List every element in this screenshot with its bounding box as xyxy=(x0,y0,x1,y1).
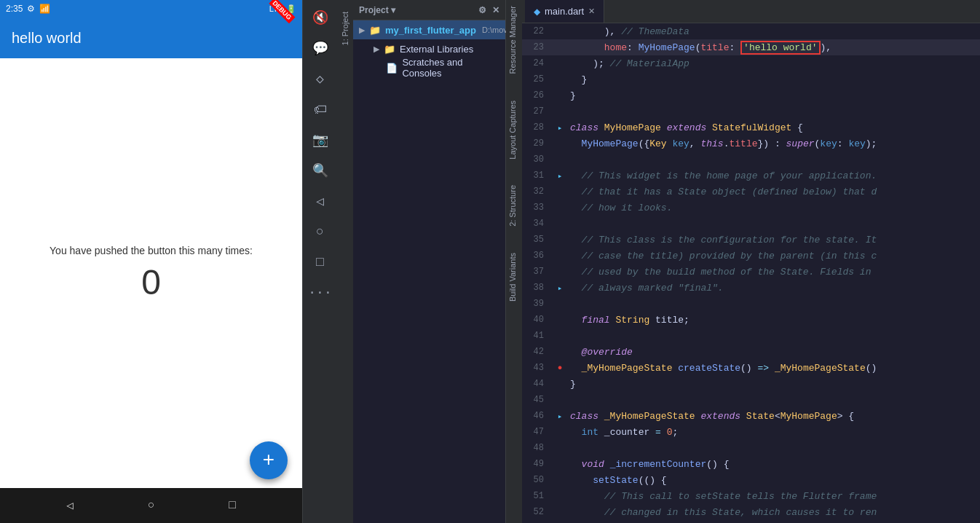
code-editor: ◆ main.dart ✕ 22 ), // ThemeData23 home:… xyxy=(522,0,980,523)
editor-tab-main-dart[interactable]: ◆ main.dart ✕ xyxy=(525,0,604,23)
app-bar: hello world xyxy=(0,17,302,58)
line-number-25: 25 xyxy=(522,74,553,84)
folder-expand-icon-ext: ▶ xyxy=(374,44,379,54)
line-number-37: 37 xyxy=(522,267,553,277)
folder-icon-project: 📁 xyxy=(369,25,381,36)
ext-libs-label: External Libraries xyxy=(400,44,473,55)
sidebar-icon-volume[interactable]: 🔇 xyxy=(306,3,335,32)
app-title: hello world xyxy=(12,30,82,47)
line-content-37: // used by the build method of the State… xyxy=(567,267,980,278)
line-number-48: 48 xyxy=(522,443,553,453)
ide-vertical-tabs-left: 1: Project xyxy=(337,0,353,523)
line-gutter-46: ▸ xyxy=(553,412,567,421)
sidebar-icon-diamond[interactable]: ◇ xyxy=(306,64,335,93)
line-gutter-28: ▸ xyxy=(553,123,567,133)
code-line-51: 51 // This call to setState tells the Fl… xyxy=(522,488,980,504)
dart-file-icon: ◆ xyxy=(534,7,540,17)
code-line-42: 42 @override xyxy=(522,344,980,360)
code-line-32: 32 // that it has a State object (define… xyxy=(522,184,980,200)
sidebar-icon-zoom[interactable]: 🔍 xyxy=(306,156,335,185)
code-line-34: 34 xyxy=(522,216,980,232)
line-gutter-43: ● xyxy=(553,363,567,372)
line-number-34: 34 xyxy=(522,219,553,229)
counter-label: You have pushed the button this many tim… xyxy=(50,245,253,256)
line-content-29: MyHomePage({Key key, this.title}) : supe… xyxy=(567,138,980,149)
code-line-36: 36 // case the title) provided by the pa… xyxy=(522,248,980,264)
code-line-38: 38▸ // always marked "final". xyxy=(522,280,980,296)
editor-tab-bar: ◆ main.dart ✕ xyxy=(522,0,980,23)
line-number-36: 36 xyxy=(522,251,553,261)
sidebar-icon-back[interactable]: ◁ xyxy=(306,186,335,216)
sidebar-icon-more[interactable]: ··· xyxy=(306,278,335,307)
scratches-label: Scratches and Consoles xyxy=(402,57,499,79)
code-line-28: 28▸class MyHomePage extends StatefulWidg… xyxy=(522,119,980,135)
phone-screen: 2:35 ⚙ 📶 LTE 🔋 DEBUG hello world You hav… xyxy=(0,0,302,523)
emulator: 2:35 ⚙ 📶 LTE 🔋 DEBUG hello world You hav… xyxy=(0,0,302,523)
vtab-project[interactable]: 1: Project xyxy=(339,6,352,51)
line-content-31: // This widget is the home page of your … xyxy=(567,170,980,181)
line-number-44: 44 xyxy=(522,379,553,389)
gear-icon-header[interactable]: ⚙ xyxy=(478,5,486,15)
vtab-structure[interactable]: 2: Structure xyxy=(506,179,522,232)
line-gutter-38: ▸ xyxy=(553,283,567,293)
ide-sidebar: 🔇 💬 ◇ 🏷 📷 🔍 ◁ ○ □ ··· xyxy=(302,0,337,523)
folder-icon-ext: 📁 xyxy=(384,44,395,55)
line-content-44: } xyxy=(567,379,980,390)
code-line-53: 53 // so that the display can reflect th… xyxy=(522,520,980,523)
status-time: 2:35 xyxy=(6,4,23,14)
close-icon-header[interactable]: ✕ xyxy=(492,5,499,15)
settings-icon: ⚙ xyxy=(27,4,35,14)
vtab-layout-captures[interactable]: Layout Captures xyxy=(506,95,522,165)
code-area: 22 ), // ThemeData23 home: MyHomePage(ti… xyxy=(522,23,980,523)
nav-home-button[interactable]: ○ xyxy=(148,499,155,512)
line-content-26: } xyxy=(567,90,980,101)
code-line-41: 41 xyxy=(522,328,980,344)
line-content-42: @override xyxy=(567,347,980,358)
editor-tab-label: main.dart xyxy=(545,6,584,17)
line-gutter-31: ▸ xyxy=(553,171,567,181)
code-line-47: 47 int _counter = 0; xyxy=(522,424,980,440)
sidebar-icon-circle[interactable]: ○ xyxy=(306,217,335,246)
line-content-36: // case the title) provided by the paren… xyxy=(567,251,980,262)
nav-recents-button[interactable]: □ xyxy=(229,499,236,512)
line-number-30: 30 xyxy=(522,154,553,165)
file-tree-item-ext-libs[interactable]: ▶ 📁 External Libraries xyxy=(353,39,505,58)
fab-button[interactable]: + xyxy=(250,441,288,479)
nav-back-button[interactable]: ◁ xyxy=(66,498,74,513)
fab-icon: + xyxy=(263,449,275,472)
line-number-40: 40 xyxy=(522,315,553,325)
tab-close-button[interactable]: ✕ xyxy=(588,7,595,16)
line-content-22: ), // ThemeData xyxy=(567,26,980,37)
line-number-26: 26 xyxy=(522,90,553,101)
vtab-build-variants[interactable]: Build Variants xyxy=(506,247,522,307)
line-content-49: void _incrementCounter() { xyxy=(567,459,980,470)
line-content-38: // always marked "final". xyxy=(567,283,980,294)
line-number-24: 24 xyxy=(522,58,553,68)
vtab-resource-manager[interactable]: Resource Manager xyxy=(506,0,522,80)
line-content-23: home: MyHomePage(title: 'hello world'), xyxy=(567,42,980,53)
status-bar-left: 2:35 ⚙ 📶 xyxy=(6,4,50,14)
line-number-51: 51 xyxy=(522,491,553,501)
line-content-50: setState(() { xyxy=(567,475,980,486)
code-line-44: 44} xyxy=(522,376,980,392)
sidebar-icon-tag[interactable]: 🏷 xyxy=(306,95,335,124)
code-line-49: 49 void _incrementCounter() { xyxy=(522,456,980,472)
project-name: my_first_flutter_app xyxy=(385,25,476,36)
code-line-33: 33 // how it looks. xyxy=(522,200,980,216)
line-content-24: ); // MaterialApp xyxy=(567,58,980,69)
file-tree-item-scratches[interactable]: 📄 Scratches and Consoles xyxy=(353,58,505,77)
line-number-23: 23 xyxy=(522,42,553,52)
sidebar-icon-square[interactable]: □ xyxy=(306,248,335,277)
folder-expand-icon: ▶ xyxy=(359,25,365,35)
line-number-52: 52 xyxy=(522,507,553,517)
phone-content: You have pushed the button this many tim… xyxy=(0,58,302,488)
sidebar-icon-camera[interactable]: 📷 xyxy=(306,125,335,154)
signal-icon: 📶 xyxy=(39,4,50,14)
status-bar: 2:35 ⚙ 📶 LTE 🔋 xyxy=(0,0,302,17)
line-number-43: 43 xyxy=(522,363,553,373)
nav-bar: ◁ ○ □ xyxy=(0,488,302,523)
line-number-42: 42 xyxy=(522,347,553,357)
line-number-39: 39 xyxy=(522,299,553,309)
file-tree-item-project[interactable]: ▶ 📁 my_first_flutter_app D:\move_c xyxy=(353,20,505,39)
sidebar-icon-chat[interactable]: 💬 xyxy=(306,34,335,63)
